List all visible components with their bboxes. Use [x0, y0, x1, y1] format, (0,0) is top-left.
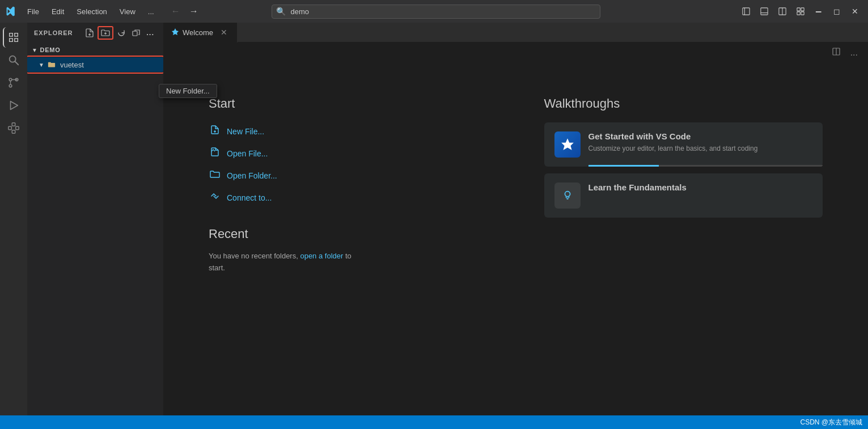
layout-panel-button[interactable]	[738, 3, 755, 20]
more-editor-actions-button[interactable]: ...	[847, 46, 861, 59]
learn-fundamentals-card-content: Learn the Fundamentals	[588, 182, 687, 194]
tab-bar: Welcome ✕	[163, 23, 868, 43]
minimize-button[interactable]: ‒	[810, 3, 827, 20]
open-folder-label: Open Folder...	[227, 171, 277, 180]
explorer-section: ▼ DEMO ▼ vuetest	[27, 43, 163, 415]
layout-split-button[interactable]	[774, 3, 791, 20]
titlebar-search: 🔍	[272, 5, 600, 19]
activity-run-icon[interactable]	[3, 95, 24, 116]
layout-grid-button[interactable]	[792, 3, 809, 20]
titlebar-nav: ← →	[168, 5, 202, 18]
connect-label: Connect to...	[227, 193, 272, 202]
search-icon: 🔍	[276, 7, 286, 16]
svg-rect-16	[9, 126, 12, 130]
svg-line-11	[15, 62, 19, 65]
welcome-right: Walkthroughs Get Started with VS Code Cu…	[544, 96, 823, 381]
activity-extensions-icon[interactable]	[3, 118, 24, 138]
get-started-card-title: Get Started with VS Code	[588, 131, 758, 141]
start-title: Start	[209, 96, 488, 111]
menu-edit[interactable]: Edit	[46, 5, 70, 18]
editor-area: Welcome ✕ ... Start	[163, 23, 868, 415]
svg-marker-30	[561, 138, 574, 150]
svg-rect-24	[133, 31, 137, 36]
get-started-card-content: Get Started with VS Code Customize your …	[588, 131, 758, 154]
new-file-button[interactable]	[83, 26, 96, 40]
sidebar-title: EXPLORER	[34, 29, 73, 36]
new-file-label: New File...	[227, 127, 264, 136]
welcome-left: Start New File...	[209, 96, 488, 381]
open-file-label: Open File...	[227, 149, 268, 158]
recent-title: Recent	[209, 227, 488, 241]
statusbar: CSDN @东去雪倾城	[0, 415, 868, 429]
svg-rect-9	[801, 12, 804, 15]
activity-bar	[0, 23, 27, 415]
learn-fundamentals-card-title: Learn the Fundamentals	[588, 182, 687, 192]
editor-topbar: ...	[163, 43, 868, 62]
svg-rect-18	[12, 130, 15, 134]
svg-rect-8	[797, 12, 800, 15]
svg-marker-15	[11, 101, 18, 110]
learn-fundamentals-card-icon	[554, 182, 581, 209]
open-file-icon	[209, 147, 221, 160]
new-file-icon	[209, 125, 221, 138]
svg-marker-25	[172, 28, 179, 35]
walkthroughs-title: Walkthroughs	[544, 96, 823, 111]
search-input[interactable]	[272, 5, 600, 19]
chevron-down-icon: ▼	[32, 47, 37, 53]
welcome-tab-icon	[171, 28, 179, 37]
walkthrough-learn-fundamentals-card[interactable]: Learn the Fundamentals	[544, 173, 823, 218]
titlebar: File Edit Selection View ... ← → 🔍 ‒ ◻ ✕	[0, 0, 868, 23]
restore-button[interactable]: ◻	[828, 3, 845, 20]
titlebar-right-controls: ‒ ◻ ✕	[738, 3, 863, 20]
welcome-tab-label: Welcome	[183, 28, 213, 37]
svg-point-10	[10, 56, 16, 62]
open-folder-recent-link[interactable]: open a folder	[300, 252, 343, 260]
svg-rect-2	[761, 8, 768, 15]
menu-selection[interactable]: Selection	[71, 5, 112, 18]
vscode-logo-icon	[5, 6, 16, 17]
close-button[interactable]: ✕	[846, 3, 863, 20]
titlebar-menu: File Edit Selection View ...	[22, 5, 160, 18]
layout-panel2-button[interactable]	[756, 3, 773, 20]
folder-icon	[48, 61, 56, 69]
svg-rect-0	[743, 8, 750, 15]
menu-file[interactable]: File	[22, 5, 45, 18]
nav-forward-button[interactable]: →	[186, 5, 202, 18]
svg-rect-17	[12, 123, 15, 126]
activity-source-control-icon[interactable]	[3, 73, 24, 93]
connect-link[interactable]: Connect to...	[209, 191, 488, 204]
vuetest-folder-label: vuetest	[60, 61, 84, 69]
walkthrough-get-started-card[interactable]: Get Started with VS Code Customize your …	[544, 122, 823, 167]
menu-view[interactable]: View	[114, 5, 141, 18]
new-folder-tooltip: New Folder...	[159, 84, 217, 98]
chevron-down-icon: ▼	[39, 62, 44, 68]
open-file-link[interactable]: Open File...	[209, 147, 488, 160]
collapse-explorer-button[interactable]	[129, 26, 143, 40]
recent-description: You have no recent folders, open a folde…	[209, 250, 488, 274]
open-folder-link[interactable]: Open Folder...	[209, 169, 488, 182]
activity-search-icon[interactable]	[3, 50, 24, 70]
welcome-page: Start New File...	[163, 62, 868, 415]
split-editor-button[interactable]	[829, 46, 844, 59]
connect-icon	[209, 191, 221, 204]
refresh-explorer-button[interactable]	[115, 26, 128, 40]
explorer-vuetest-folder[interactable]: ▼ vuetest	[27, 57, 163, 72]
root-folder-label: DEMO	[40, 46, 60, 53]
new-file-link[interactable]: New File...	[209, 125, 488, 138]
menu-more[interactable]: ...	[142, 5, 160, 18]
new-folder-button[interactable]	[98, 26, 113, 40]
svg-rect-19	[16, 126, 19, 130]
svg-point-31	[565, 192, 570, 197]
sidebar-header: EXPLORER	[27, 23, 163, 43]
welcome-tab[interactable]: Welcome ✕	[163, 23, 238, 43]
get-started-card-icon	[554, 131, 581, 158]
sidebar: EXPLORER	[27, 23, 163, 415]
activity-explorer-icon[interactable]	[3, 27, 23, 48]
welcome-tab-close[interactable]: ✕	[219, 27, 229, 37]
more-actions-button[interactable]: ...	[144, 26, 156, 40]
sidebar-header-actions: ...	[83, 26, 156, 40]
main-area: EXPLORER	[0, 23, 868, 415]
explorer-root-item[interactable]: ▼ DEMO	[27, 43, 163, 57]
open-folder-icon	[209, 169, 221, 182]
nav-back-button[interactable]: ←	[168, 5, 184, 18]
